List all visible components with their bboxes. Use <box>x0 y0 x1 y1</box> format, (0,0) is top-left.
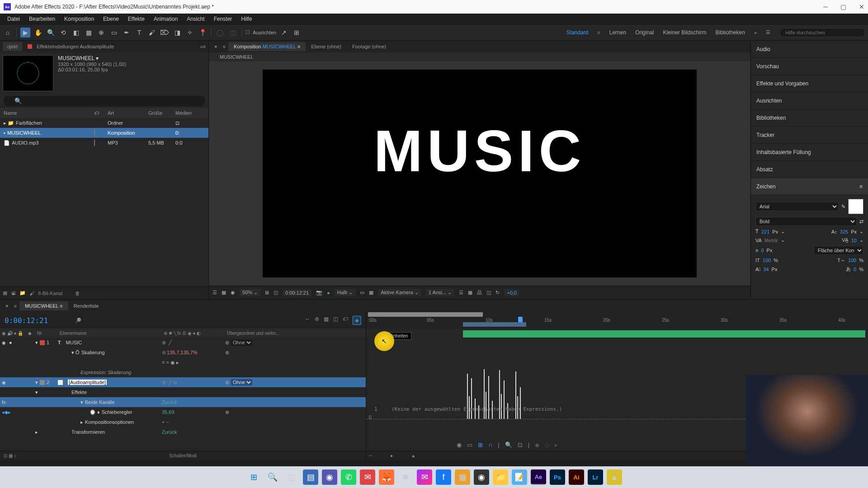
workspace-standard[interactable]: Standard <box>566 29 589 36</box>
views-select[interactable]: 1 Ansi... ⌄ <box>426 289 454 296</box>
gt-zoom[interactable]: 🔍 <box>505 441 512 448</box>
layer-2-transform[interactable]: ▸ Transformieren Zurück <box>0 427 366 437</box>
kerning-select[interactable]: Metrik <box>764 238 778 243</box>
layer-1[interactable]: ·●· ▾ 1 T MUSIC ⊕ ╱ ⊚ Ohne <box>0 338 366 347</box>
clone-tool[interactable]: ⌦ <box>160 28 170 38</box>
vscale-input[interactable]: 100 <box>763 258 771 263</box>
exposure[interactable]: +0,0 <box>504 289 519 296</box>
layer-1-scale[interactable]: ▾ Ŏ Skalierung ⊚ 135,7,135,7% ⊚ <box>0 347 366 357</box>
taskbar-mail[interactable]: ✉ <box>360 469 375 485</box>
vf-reset-icon[interactable]: ↻ <box>495 290 500 296</box>
bit-depth[interactable]: 8-Bit-Kanal <box>38 291 62 296</box>
menu-bearbeiten[interactable]: Bearbeiten <box>24 14 60 23</box>
taskbar-ps[interactable]: Ps <box>550 469 565 485</box>
tl-i3[interactable]: ▦ <box>324 316 329 325</box>
panel-vorschau[interactable]: Vorschau <box>751 58 868 75</box>
vf-trans-icon[interactable]: ▦ <box>369 290 373 296</box>
project-item-audio[interactable]: 📄 AUDIO.mp3 MP3 5,5 MB 0:0 <box>0 138 208 148</box>
current-time[interactable]: 0:00:12:21 <box>283 289 311 296</box>
gt-k2[interactable]: ◇ <box>545 441 549 448</box>
font-style-select[interactable]: Bold <box>755 217 857 226</box>
taskbar-taskview[interactable]: ◫ <box>284 469 299 485</box>
eyedropper-icon[interactable]: ✎ <box>841 204 845 210</box>
gt-k3[interactable]: ▸ <box>555 441 558 448</box>
minimize-button[interactable]: ─ <box>823 3 828 10</box>
snap-tool[interactable]: ↗ <box>279 28 289 38</box>
workspace-lernen[interactable]: Lernen <box>609 29 626 36</box>
panel-audio[interactable]: Audio <box>751 41 868 58</box>
hscale-input[interactable]: 100 <box>848 258 856 263</box>
project-item-farbflaechen[interactable]: ▸ 📁 Farbflächen Ordner ⊡ <box>0 118 208 128</box>
gt-eye[interactable]: ◉ <box>457 441 462 448</box>
gt-fit[interactable]: ⊡ <box>518 441 523 448</box>
vf-snap-icon[interactable]: 📷 <box>316 290 322 296</box>
taskbar-search[interactable]: 🔍 <box>265 469 280 485</box>
baseline-input[interactable]: 34 <box>763 267 769 272</box>
vf-mask-icon[interactable]: ◉ <box>231 290 235 296</box>
hand-tool[interactable]: ✋ <box>33 28 43 38</box>
vf-x4-icon[interactable]: ◫ <box>486 290 491 296</box>
viewer[interactable]: MUSIC <box>209 61 750 286</box>
panel-effekte[interactable]: Effekte und Vorgaben <box>751 75 868 92</box>
tl-tab-comp[interactable]: MUSICWHEEL ≡ <box>19 301 68 310</box>
font-family-select[interactable]: Arial <box>755 202 839 211</box>
zoom-slider[interactable]: ● <box>390 453 393 458</box>
stroke-width-input[interactable]: 0 <box>761 248 764 253</box>
camera-select[interactable]: Aktive Kamera ⌄ <box>378 289 421 296</box>
col-groesse[interactable]: Größe <box>148 110 175 116</box>
comp-path[interactable]: MUSICWHEEL <box>209 52 750 61</box>
layer-2-effects[interactable]: ▾ Effekte <box>0 387 366 397</box>
col-name[interactable]: Name <box>4 110 94 116</box>
menu-komposition[interactable]: Komposition <box>60 14 99 23</box>
vf-grid-icon[interactable]: ☰ <box>212 290 217 296</box>
taskbar-notepad[interactable]: 📝 <box>512 469 527 485</box>
vf-guides-icon[interactable]: ▦ <box>222 290 226 296</box>
shape-tool[interactable]: ◫ <box>228 28 238 38</box>
eraser-tool[interactable]: ◨ <box>172 28 182 38</box>
taskbar-ae[interactable]: Ae <box>531 469 546 485</box>
taskbar-app2[interactable]: ▦ <box>455 469 470 485</box>
gt-grid[interactable]: ⊞ <box>478 441 483 448</box>
tab-project[interactable]: ojekt <box>3 42 22 51</box>
tl-x-icon[interactable]: × <box>3 303 11 309</box>
menu-ansicht[interactable]: Ansicht <box>182 14 209 23</box>
panel-tracker[interactable]: Tracker <box>751 127 868 144</box>
maximize-button[interactable]: ▢ <box>840 3 846 10</box>
taskbar-start[interactable]: ⊞ <box>246 469 261 485</box>
tl-i4[interactable]: ◫ <box>333 316 338 325</box>
new-folder-icon[interactable]: 📁 <box>19 290 26 296</box>
layer-2-compopt[interactable]: ▸ Kompositionsoptionen + − <box>0 417 366 427</box>
comp-name-label[interactable]: MUSICWHEEL ▾ <box>58 55 126 61</box>
taskbar-app3[interactable]: ▲ <box>607 469 622 485</box>
tab-ebene[interactable]: Ebene (ohne) <box>306 42 347 51</box>
workspace-klein[interactable]: Kleiner Bildschirm <box>663 29 706 36</box>
anchor-tool[interactable]: ⊕ <box>96 28 106 38</box>
rotate-tool[interactable]: ◧ <box>71 28 81 38</box>
selection-tool[interactable]: ▶ <box>20 28 30 38</box>
zoom-in-icon[interactable]: ▲ <box>411 453 415 458</box>
layer-bar-1[interactable] <box>463 330 865 338</box>
taskbar-explorer[interactable]: ▤ <box>303 469 318 485</box>
workspace-original[interactable]: Original <box>635 29 654 36</box>
ctab-fav-icon[interactable]: ■ <box>220 44 228 49</box>
comp-thumbnail[interactable] <box>3 55 53 91</box>
project-item-musicwheel[interactable]: ▪ MUSICWHEEL Komposition 0: <box>0 128 208 138</box>
taskbar-teams[interactable]: ◉ <box>322 469 337 485</box>
mask-tool[interactable]: ◯ <box>215 28 225 38</box>
menu-hilfe[interactable]: Hilfe <box>236 14 256 23</box>
menu-fenster[interactable]: Fenster <box>209 14 237 23</box>
zoom-select[interactable]: 50% ⌄ <box>240 289 260 296</box>
taskbar-facebook[interactable]: f <box>436 469 451 485</box>
tl-i2[interactable]: ⊕ <box>315 316 319 325</box>
adjust-icon[interactable]: 🖌 <box>29 291 34 296</box>
tl-tab-render[interactable]: Renderliste <box>68 301 104 310</box>
menu-effekte[interactable]: Effekte <box>123 14 149 23</box>
pen-tool[interactable]: ✒ <box>122 28 132 38</box>
gt-box[interactable]: ▭ <box>467 441 472 448</box>
brush-tool[interactable]: 🖌 <box>147 28 157 38</box>
tsume-input[interactable]: 0 <box>854 267 856 272</box>
stroke-mode-select[interactable]: Fläche über Kon... <box>814 246 863 255</box>
taskbar-firefox[interactable]: 🦊 <box>379 469 394 485</box>
project-search[interactable] <box>4 96 205 106</box>
menu-ebene[interactable]: Ebene <box>99 14 123 23</box>
